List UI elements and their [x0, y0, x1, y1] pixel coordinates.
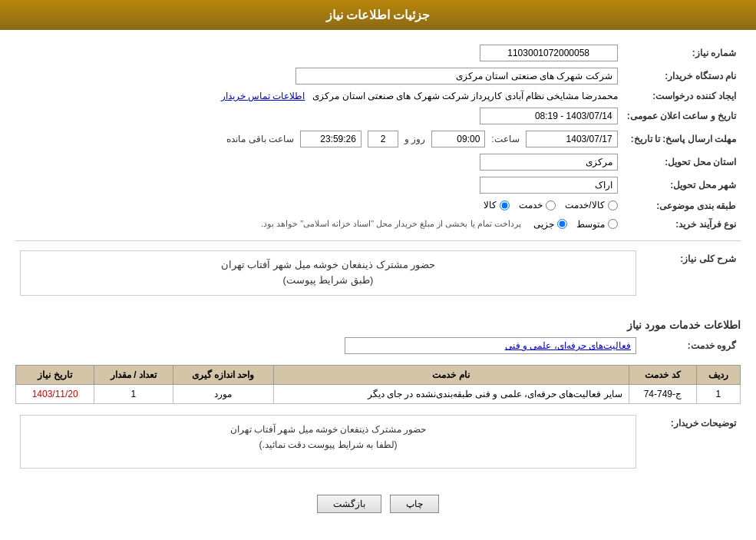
buyer-org-row: نام دستگاه خریدار: شرکت شهرک های صنعتی ا… [15, 65, 741, 88]
service-group-value[interactable]: فعالیت‌های حرفه‌ای، علمی و فنی [345, 337, 636, 354]
need-summary-text: حضور مشترک ذینفعان خوشه میل شهر آفتاب ته… [28, 257, 628, 273]
services-section-title: اطلاعات خدمات مورد نیاز [15, 313, 741, 334]
page-wrapper: جزئیات اطلاعات نیاز شماره نیاز: 11030010… [0, 0, 756, 540]
cell-unit: مورد [173, 385, 273, 404]
deadline-remaining-label: ساعت باقی مانده [226, 134, 294, 144]
purchase-type-label: نوع فرآیند خرید: [622, 216, 741, 233]
announce-date-label: تاریخ و ساعت اعلان عمومی: [622, 104, 741, 128]
cell-date: 1403/11/20 [16, 385, 94, 404]
province-label: استان محل تحویل: [622, 151, 741, 174]
city-row: شهر محل تحویل: اراک [15, 174, 741, 197]
buyer-notes-line1: حضور مشترک ذینفعان خوشه میل شهر آفتاب ته… [28, 422, 628, 437]
button-row: چاپ بازگشت [15, 487, 741, 521]
category-radio-khedmat[interactable]: خدمت [519, 200, 556, 210]
service-group-link[interactable]: فعالیت‌های حرفه‌ای، علمی و فنی [505, 340, 631, 351]
content-area: شماره نیاز: 1103001072000058 نام دستگاه … [0, 30, 756, 532]
page-header: جزئیات اطلاعات نیاز [0, 0, 756, 30]
col-quantity: تعداد / مقدار [94, 366, 173, 385]
purchase-type-radio-group: متوسط جزیی [533, 219, 618, 230]
need-number-cell: 1103001072000058 [51, 41, 622, 65]
city-label: شهر محل تحویل: [622, 174, 741, 197]
deadline-row: مهلت ارسال پاسخ: تا تاریخ: 1403/07/17 سا… [15, 128, 741, 151]
deadline-remaining: 23:59:26 [300, 131, 361, 147]
category-radio-group: کالا/خدمت خدمت کالا [484, 200, 617, 210]
creator-label: ایجاد کننده درخواست: [622, 88, 741, 104]
buyer-org-value: شرکت شهرک های صنعتی استان مرکزی [295, 68, 618, 84]
deadline-label: مهلت ارسال پاسخ: تا تاریخ: [622, 128, 741, 151]
category-label: طبقه بندی موضوعی: [622, 197, 741, 216]
main-form-table: شماره نیاز: 1103001072000058 نام دستگاه … [15, 41, 741, 233]
need-summary-table: شرح کلی نیاز: حضور مشترک ذینفعان خوشه می… [15, 247, 741, 306]
province-value: مرکزی [480, 154, 618, 171]
city-value: اراک [480, 177, 618, 194]
deadline-day-label: روز و [404, 134, 425, 144]
need-number-row: شماره نیاز: 1103001072000058 [15, 41, 741, 65]
service-group-label: گروه خدمت: [641, 334, 741, 357]
col-service-name: نام خدمت [273, 366, 629, 385]
back-button[interactable]: بازگشت [317, 495, 381, 513]
buyer-notes-label: توضیحات خریدار: [641, 412, 741, 479]
services-table-header-row: ردیف کد خدمت نام خدمت واحد اندازه گیری ت… [16, 366, 741, 385]
col-row-num: ردیف [696, 366, 740, 385]
creator-cell: محمدرضا مشایخی نظام آبادی کارپرداز شرکت … [15, 88, 622, 104]
services-table: ردیف کد خدمت نام خدمت واحد اندازه گیری ت… [15, 365, 741, 404]
col-unit: واحد اندازه گیری [173, 366, 273, 385]
buyer-notes-box: حضور مشترک ذینفعان خوشه میل شهر آفتاب ته… [20, 415, 636, 469]
category-radio-kala[interactable]: کالا [484, 200, 510, 210]
need-summary-subtext: (طبق شرایط پیوست) [28, 273, 628, 289]
need-summary-box: حضور مشترک ذینفعان خوشه میل شهر آفتاب ته… [20, 250, 636, 297]
print-button[interactable]: چاپ [390, 495, 439, 513]
purchase-type-radio-motavasset[interactable]: متوسط [576, 219, 618, 230]
need-number-value: 1103001072000058 [480, 45, 618, 61]
creator-value: محمدرضا مشایخی نظام آبادی کارپرداز شرکت … [312, 91, 617, 101]
deadline-time: 09:00 [431, 131, 485, 147]
deadline-days: 2 [368, 131, 398, 147]
purchase-type-row: نوع فرآیند خرید: متوسط جزیی [15, 216, 741, 233]
announce-date-row: تاریخ و ساعت اعلان عمومی: 1403/07/14 - 0… [15, 104, 741, 128]
buyer-notes-line2: (لطفا به شرایط پیوست دقت نمائید.) [28, 437, 628, 452]
category-radio-kala-khedmat[interactable]: کالا/خدمت [565, 200, 617, 210]
announce-date-value: 1403/07/14 - 08:19 [480, 108, 618, 124]
cell-quantity: 1 [94, 385, 173, 404]
deadline-cell: 1403/07/17 ساعت: 09:00 روز و 2 23:59:26 … [15, 128, 622, 151]
buyer-org-cell: شرکت شهرک های صنعتی استان مرکزی [15, 65, 622, 88]
table-row: 1 ج-749-74 سایر فعالیت‌های حرفه‌ای، علمی… [16, 385, 741, 404]
category-row: طبقه بندی موضوعی: کالا/خدمت خدمت [15, 197, 741, 216]
page-title: جزئیات اطلاعات نیاز [326, 8, 431, 22]
separator-1 [15, 240, 741, 241]
deadline-date: 1403/07/17 [526, 131, 618, 147]
province-row: استان محل تحویل: مرکزی [15, 151, 741, 174]
col-service-code: کد خدمت [629, 366, 696, 385]
buyer-notes-table: توضیحات خریدار: حضور مشترک ذینفعان خوشه … [15, 412, 741, 479]
creator-row: ایجاد کننده درخواست: محمدرضا مشایخی نظام… [15, 88, 741, 104]
cell-service-code: ج-749-74 [629, 385, 696, 404]
need-number-label: شماره نیاز: [622, 41, 741, 65]
need-summary-label: شرح کلی نیاز: [641, 247, 741, 306]
cell-row-num: 1 [696, 385, 740, 404]
contact-link[interactable]: اطلاعات تماس خریدار [221, 91, 305, 101]
purchase-note: پرداخت تمام یا بخشی از مبلغ خریدار محل "… [261, 219, 521, 229]
service-group-table: گروه خدمت: فعالیت‌های حرفه‌ای، علمی و فن… [15, 334, 741, 357]
purchase-type-radio-jozi[interactable]: جزیی [533, 219, 567, 230]
cell-service-name: سایر فعالیت‌های حرفه‌ای، علمی و فنی طبقه… [273, 385, 629, 404]
buyer-org-label: نام دستگاه خریدار: [622, 65, 741, 88]
deadline-time-label: ساعت: [491, 134, 519, 144]
col-date: تاریخ نیاز [16, 366, 94, 385]
